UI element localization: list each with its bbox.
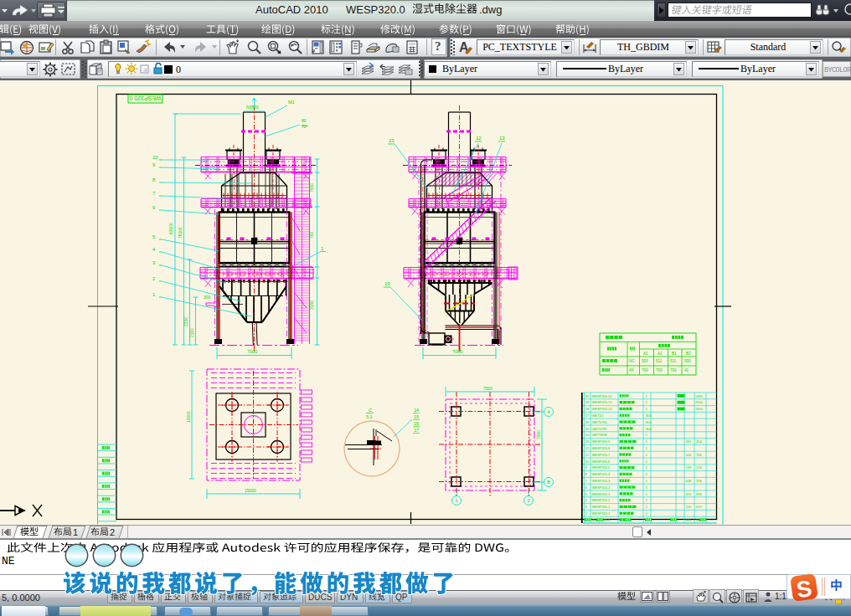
svg-text:1: 1 <box>646 511 648 516</box>
svg-text:78100: 78100 <box>178 227 183 239</box>
svg-text:1: 1 <box>646 472 648 476</box>
svg-text:7: 7 <box>585 479 588 483</box>
svg-text:NC: NC <box>629 359 635 363</box>
svg-text:2400: 2400 <box>695 394 704 398</box>
svg-text:3: 3 <box>152 260 156 265</box>
svg-text:WESP320.7: WESP320.7 <box>592 453 611 457</box>
svg-text:GB/T5782: GB/T5782 <box>592 420 608 424</box>
svg-text:511: 511 <box>670 359 677 363</box>
svg-text:700: 700 <box>670 368 677 372</box>
svg-text:WESP320.1: WESP320.1 <box>592 511 611 516</box>
svg-text:500: 500 <box>684 359 691 363</box>
svg-text:20: 20 <box>585 394 590 398</box>
svg-text:2: 2 <box>527 498 529 503</box>
svg-text:7000: 7000 <box>452 349 462 354</box>
svg-text:1: 1 <box>646 446 648 450</box>
svg-text:B2: B2 <box>686 352 691 356</box>
svg-text:2600: 2600 <box>695 407 704 411</box>
svg-text:750: 750 <box>309 231 314 239</box>
svg-text:696: 696 <box>696 492 702 496</box>
svg-text:WESP320.0: WESP320.0 <box>129 95 161 101</box>
svg-text:10: 10 <box>152 155 158 160</box>
svg-text:1: 1 <box>646 433 648 437</box>
svg-text:M1: M1 <box>288 100 295 105</box>
svg-text:11: 11 <box>585 453 590 457</box>
svg-text:504: 504 <box>686 453 692 457</box>
svg-text:4X: 4X <box>629 368 634 372</box>
svg-text:7: 7 <box>152 191 156 196</box>
svg-text:WESP320.16: WESP320.16 <box>592 394 613 398</box>
svg-text:WESP320.14: WESP320.14 <box>592 407 613 411</box>
svg-text:72: 72 <box>302 124 307 129</box>
svg-text:WESP320.15: WESP320.15 <box>592 400 613 404</box>
svg-text:WESP320.8: WESP320.8 <box>592 446 611 450</box>
svg-text:19: 19 <box>585 400 590 404</box>
svg-text:254: 254 <box>696 439 702 444</box>
svg-text:10: 10 <box>585 459 590 464</box>
svg-text:GB/T3098: GB/T3098 <box>592 433 608 437</box>
svg-text:474: 474 <box>686 492 692 496</box>
svg-text:1: 1 <box>646 479 648 483</box>
svg-text:2250: 2250 <box>183 317 188 326</box>
svg-text:A: A <box>547 409 550 414</box>
svg-text:B: B <box>547 480 550 485</box>
svg-text:1: 1 <box>646 394 648 398</box>
svg-text:8: 8 <box>585 472 588 476</box>
svg-text:7000: 7000 <box>483 386 493 391</box>
svg-text:300: 300 <box>204 295 211 300</box>
svg-text:19: 19 <box>384 281 390 286</box>
svg-text:2500: 2500 <box>695 400 704 404</box>
svg-text:A2: A2 <box>658 352 663 356</box>
svg-text:159: 159 <box>686 505 692 509</box>
svg-text:A1: A1 <box>643 352 648 356</box>
svg-text:4: 4 <box>152 247 156 252</box>
svg-text:41: 41 <box>684 368 689 372</box>
svg-text:5: 5 <box>585 492 588 496</box>
svg-text:2: 2 <box>152 276 156 281</box>
svg-text:1: 1 <box>646 407 648 411</box>
svg-text:GB/T41: GB/T41 <box>592 413 605 418</box>
svg-text:14: 14 <box>585 433 590 437</box>
svg-text:16: 16 <box>414 421 419 426</box>
svg-text:3150: 3150 <box>309 300 314 310</box>
svg-text:511: 511 <box>656 359 663 363</box>
svg-text:13: 13 <box>585 439 590 444</box>
svg-text:196: 196 <box>696 479 702 483</box>
svg-text:23: 23 <box>389 138 395 143</box>
svg-text:8: 8 <box>152 177 156 182</box>
svg-text:1: 1 <box>646 439 648 444</box>
svg-text:7500: 7500 <box>536 430 541 439</box>
svg-text:7500: 7500 <box>309 183 314 192</box>
svg-text:619: 619 <box>696 505 702 509</box>
svg-text:1: 1 <box>321 246 324 251</box>
svg-text:2110: 2110 <box>189 328 194 337</box>
svg-text:B1: B1 <box>672 352 677 356</box>
svg-text:GB/T5781: GB/T5781 <box>592 427 608 431</box>
svg-text:304: 304 <box>646 420 652 424</box>
svg-text:319: 319 <box>686 518 692 522</box>
svg-text:1: 1 <box>152 292 156 297</box>
svg-text:WESP320.6: WESP320.6 <box>592 459 611 464</box>
svg-text:700: 700 <box>656 368 663 372</box>
svg-text:12: 12 <box>585 446 590 450</box>
svg-text:9: 9 <box>152 162 156 167</box>
svg-text:1: 1 <box>646 400 648 404</box>
svg-text:15000: 15000 <box>245 488 256 493</box>
svg-text:WESP320.1: WESP320.1 <box>592 505 611 509</box>
svg-text:14: 14 <box>414 408 419 413</box>
svg-text:6: 6 <box>152 205 156 210</box>
svg-text:15: 15 <box>585 427 590 431</box>
svg-text:1: 1 <box>646 485 648 490</box>
svg-text:1: 1 <box>646 453 648 457</box>
svg-text:12: 12 <box>476 136 482 141</box>
svg-text:304: 304 <box>646 413 652 418</box>
svg-text:5:1: 5:1 <box>366 414 373 419</box>
svg-text:1: 1 <box>455 498 457 503</box>
svg-text:WESP320.3: WESP320.3 <box>592 479 611 483</box>
svg-text:648: 648 <box>686 479 692 483</box>
svg-text:18: 18 <box>585 407 590 411</box>
svg-text:17: 17 <box>414 428 419 433</box>
svg-text:WESP320.4: WESP320.4 <box>592 472 611 476</box>
svg-text:7000: 7000 <box>247 349 257 354</box>
svg-text:C: C <box>369 408 373 413</box>
